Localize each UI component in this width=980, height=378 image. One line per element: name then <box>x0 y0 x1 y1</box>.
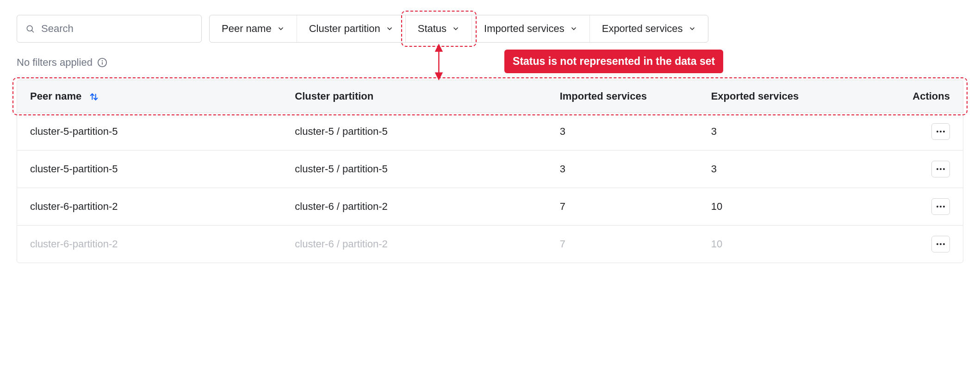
cell-peer-name: cluster-5-partition-5 <box>17 150 282 188</box>
svg-point-7 <box>937 131 938 132</box>
table-row: cluster-6-partition-2cluster-6 / partiti… <box>17 225 963 263</box>
cell-exported: 10 <box>698 225 868 263</box>
row-actions-button[interactable] <box>931 123 950 140</box>
cell-cluster-partition: cluster-6 / partition-2 <box>282 225 546 263</box>
svg-point-12 <box>943 168 945 170</box>
cell-exported: 10 <box>698 188 868 225</box>
column-header-imported[interactable]: Imported services <box>547 80 698 113</box>
row-actions-button[interactable] <box>931 161 950 177</box>
cell-peer-name: cluster-5-partition-5 <box>17 113 282 150</box>
filter-dropdowns: Peer name Cluster partition Status Impor… <box>209 15 708 43</box>
svg-point-18 <box>943 243 945 245</box>
chevron-down-icon <box>452 25 459 32</box>
svg-point-17 <box>940 243 942 245</box>
cell-actions <box>868 225 963 263</box>
svg-point-0 <box>27 25 32 31</box>
cell-exported: 3 <box>698 150 868 188</box>
chevron-down-icon <box>688 25 696 32</box>
column-header-exported[interactable]: Exported services <box>698 80 868 113</box>
svg-point-11 <box>940 168 942 170</box>
table-row: cluster-5-partition-5cluster-5 / partiti… <box>17 113 963 150</box>
filter-label: Peer name <box>222 23 272 35</box>
search-icon <box>25 24 35 33</box>
cell-cluster-partition: cluster-5 / partition-5 <box>282 113 546 150</box>
filter-status-text: No filters applied <box>17 57 93 69</box>
cell-imported: 3 <box>547 113 698 150</box>
filter-label: Exported services <box>602 23 683 35</box>
annotation-callout: Status is not represented in the data se… <box>504 50 723 73</box>
chevron-down-icon <box>386 25 393 32</box>
cell-peer-name: cluster-6-partition-2 <box>17 188 282 225</box>
search-input[interactable] <box>40 22 193 35</box>
chevron-down-icon <box>277 25 285 32</box>
row-actions-button[interactable] <box>931 236 950 252</box>
cell-actions <box>868 150 963 188</box>
cell-actions <box>868 188 963 225</box>
filter-label: Cluster partition <box>309 23 380 35</box>
more-horizontal-icon <box>936 130 945 133</box>
svg-point-13 <box>937 206 938 208</box>
svg-point-10 <box>937 168 938 170</box>
filter-status-line: No filters applied <box>17 57 963 69</box>
info-icon[interactable] <box>97 57 107 68</box>
filter-bar: Peer name Cluster partition Status Impor… <box>17 15 963 43</box>
svg-point-9 <box>943 131 945 132</box>
filter-cluster-partition[interactable]: Cluster partition <box>297 15 406 42</box>
more-horizontal-icon <box>936 168 945 170</box>
peers-table: Peer name Cluster partition Imported ser… <box>17 80 963 263</box>
table-row: cluster-6-partition-2cluster-6 / partiti… <box>17 188 963 225</box>
cell-imported: 7 <box>547 225 698 263</box>
filter-label: Imported services <box>484 23 564 35</box>
svg-point-16 <box>937 243 938 245</box>
more-horizontal-icon <box>936 205 945 208</box>
cell-peer-name: cluster-6-partition-2 <box>17 225 282 263</box>
chevron-down-icon <box>570 25 577 32</box>
table-row: cluster-5-partition-5cluster-5 / partiti… <box>17 150 963 188</box>
cell-cluster-partition: cluster-6 / partition-2 <box>282 188 546 225</box>
filter-exported-services[interactable]: Exported services <box>590 15 708 42</box>
filter-peer-name[interactable]: Peer name <box>210 15 297 42</box>
svg-line-1 <box>32 31 34 32</box>
filter-label: Status <box>418 23 447 35</box>
search-input-wrapper[interactable] <box>17 15 202 43</box>
cell-cluster-partition: cluster-5 / partition-5 <box>282 150 546 188</box>
filter-imported-services[interactable]: Imported services <box>472 15 590 42</box>
svg-point-4 <box>102 61 102 61</box>
row-actions-button[interactable] <box>931 198 950 215</box>
more-horizontal-icon <box>936 243 945 246</box>
filter-status[interactable]: Status <box>406 15 472 42</box>
sort-arrows-icon <box>89 92 99 102</box>
svg-point-8 <box>940 131 942 132</box>
column-header-cluster-partition[interactable]: Cluster partition <box>282 80 546 113</box>
cell-exported: 3 <box>698 113 868 150</box>
column-header-actions: Actions <box>868 80 963 113</box>
cell-actions <box>868 113 963 150</box>
svg-point-14 <box>940 206 942 208</box>
svg-point-15 <box>943 206 945 208</box>
cell-imported: 7 <box>547 188 698 225</box>
cell-imported: 3 <box>547 150 698 188</box>
column-header-peer-name[interactable]: Peer name <box>17 80 282 113</box>
